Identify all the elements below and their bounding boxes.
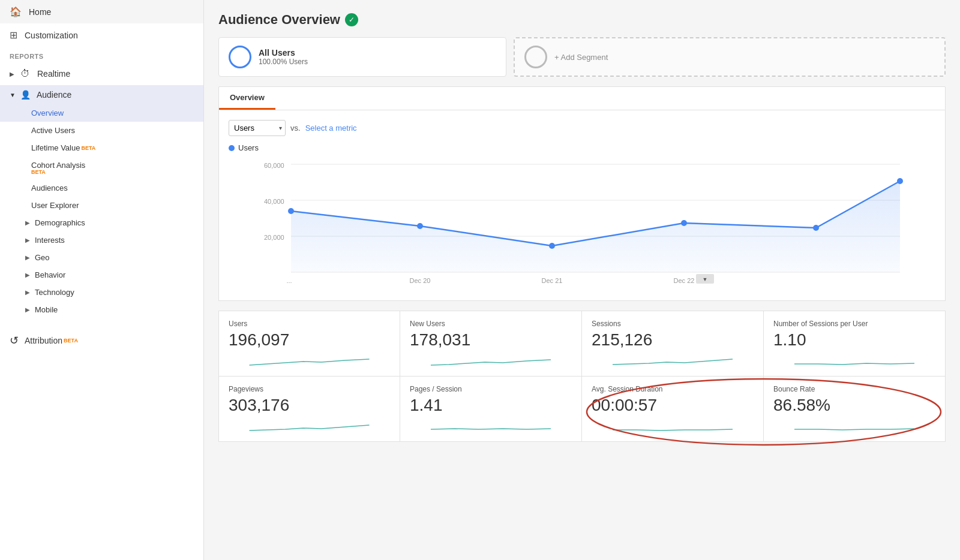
stat-sparkline-bounce-rate [773,417,935,435]
home-icon: 🏠 [10,6,22,17]
stat-label-avg-session-duration: Avg. Session Duration [592,385,754,393]
realtime-chevron-icon: ▶ [10,71,14,77]
sidebar-geo-label: Geo [35,253,50,262]
stats-grid-row1: Users 196,097 New Users 178,031 Sessions… [218,311,946,377]
sidebar-realtime-label: Realtime [37,69,70,79]
svg-text:...: ... [286,277,292,284]
sidebar-item-mobile[interactable]: ▶ Mobile [0,301,203,318]
attribution-beta-badge: BETA [64,338,78,344]
all-users-circle-icon [229,46,251,68]
behavior-chevron-icon: ▶ [25,272,30,278]
sidebar-item-interests[interactable]: ▶ Interests [0,231,203,249]
interests-chevron-icon: ▶ [25,237,30,243]
sidebar-mobile-label: Mobile [35,305,58,314]
all-users-name: All Users [259,48,308,58]
sidebar-item-overview[interactable]: Overview [0,104,203,122]
tab-overview[interactable]: Overview [219,87,275,110]
stat-label-sessions-per-user: Number of Sessions per User [773,320,935,328]
svg-point-10 [549,243,555,249]
sidebar-item-cohort-analysis[interactable]: Cohort AnalysisBETA [0,156,203,179]
attribution-icon: ↺ [10,334,19,347]
sidebar-item-customization[interactable]: ⊞ Customization [0,23,203,47]
sidebar-item-behavior[interactable]: ▶ Behavior [0,266,203,284]
stat-value-bounce-rate: 86.58% [773,396,935,415]
segment-card-add[interactable]: + Add Segment [514,37,946,77]
sidebar-cohort-analysis-label: Cohort Analysis [31,161,85,170]
all-users-info: All Users 100.00% Users [259,48,308,66]
mobile-chevron-icon: ▶ [25,306,30,313]
stat-label-users: Users [229,320,390,328]
sidebar-technology-label: Technology [35,288,74,297]
svg-point-12 [813,225,819,231]
stat-value-new-users: 178,031 [410,330,572,350]
metric-select[interactable]: Users Sessions Pageviews [229,120,286,136]
cohort-analysis-beta-text: BETA [31,170,85,175]
sidebar-item-demographics[interactable]: ▶ Demographics [0,214,203,231]
sidebar-demographics-label: Demographics [35,218,85,227]
svg-text:60,000: 60,000 [264,162,284,169]
chart-svg: 60,000 40,000 20,000 [229,157,935,289]
stat-sparkline-new-users [410,352,572,370]
sidebar-item-user-explorer[interactable]: User Explorer [0,197,203,214]
realtime-icon: ⏱ [20,68,30,79]
stat-card-avg-session-duration: Avg. Session Duration 00:00:57 [582,377,764,442]
stat-card-bounce-rate: Bounce Rate 86.58% [764,377,946,442]
stat-card-users: Users 196,097 [218,311,400,377]
svg-text:▼: ▼ [703,276,708,282]
sidebar-item-audience[interactable]: ▼ 👤 Audience [0,85,203,104]
stat-value-pages-session: 1.41 [410,396,572,415]
stat-value-pageviews: 303,176 [229,396,390,415]
sidebar-active-users-label: Active Users [31,126,75,135]
sidebar-attribution-label: Attribution [25,336,62,345]
stat-label-sessions: Sessions [592,320,754,328]
lifetime-value-beta-badge: BETA [81,145,95,151]
chart-svg-wrap: 60,000 40,000 20,000 [229,157,935,291]
audience-chevron-icon: ▼ [10,92,16,98]
add-segment-label: + Add Segment [554,53,608,62]
sidebar-behavior-label: Behavior [35,270,65,279]
svg-text:Dec 21: Dec 21 [542,277,563,284]
sidebar-item-home[interactable]: 🏠 Home [0,0,203,23]
legend-dot-users [229,145,235,151]
all-users-pct: 100.00% Users [259,58,308,66]
sidebar-overview-label: Overview [31,109,64,118]
customization-icon: ⊞ [10,29,17,41]
sidebar-section-reports: REPORTS [0,47,203,62]
page-title-row: Audience Overview ✓ [218,12,946,28]
stat-card-sessions: Sessions 215,126 [582,311,764,377]
chart-legend: Users [229,143,935,152]
svg-marker-7 [291,181,900,272]
sidebar: 🏠 Home ⊞ Customization REPORTS ▶ ⏱ Realt… [0,0,204,560]
sidebar-item-geo[interactable]: ▶ Geo [0,249,203,266]
stat-sparkline-pages-session [410,417,572,435]
main-content: Audience Overview ✓ All Users 100.00% Us… [204,0,960,560]
sidebar-item-realtime[interactable]: ▶ ⏱ Realtime [0,62,203,85]
stats-grid-row2: Pageviews 303,176 Pages / Session 1.41 A… [218,377,946,442]
svg-point-11 [681,220,687,226]
vs-label: vs. [290,124,301,133]
sidebar-customization-label: Customization [25,31,78,40]
sidebar-audiences-label: Audiences [31,183,68,192]
sidebar-item-attribution[interactable]: ↺ AttributionBETA [0,328,203,353]
svg-text:Dec 20: Dec 20 [410,277,431,284]
sidebar-user-explorer-label: User Explorer [31,201,79,210]
sidebar-item-technology[interactable]: ▶ Technology [0,284,203,301]
sidebar-item-active-users[interactable]: Active Users [0,122,203,139]
svg-text:40,000: 40,000 [264,198,284,205]
chart-controls: Users Sessions Pageviews vs. Select a me… [229,120,935,136]
status-check-icon: ✓ [345,13,358,26]
svg-point-8 [288,208,294,214]
metric-select-wrap[interactable]: Users Sessions Pageviews [229,120,286,136]
svg-point-13 [897,178,903,184]
sidebar-item-lifetime-value[interactable]: Lifetime ValueBETA [0,139,203,156]
sidebar-item-audiences[interactable]: Audiences [0,179,203,197]
segment-card-all-users[interactable]: All Users 100.00% Users [218,37,506,77]
sidebar-home-label: Home [29,7,51,17]
stat-sparkline-sessions-per-user [773,352,935,370]
stat-label-new-users: New Users [410,320,572,328]
stat-value-avg-session-duration: 00:00:57 [592,396,754,415]
stat-label-pages-session: Pages / Session [410,385,572,393]
select-metric-link[interactable]: Select a metric [305,124,357,133]
svg-text:Dec 22: Dec 22 [674,277,695,284]
stat-sparkline-avg-session-duration [592,417,754,435]
